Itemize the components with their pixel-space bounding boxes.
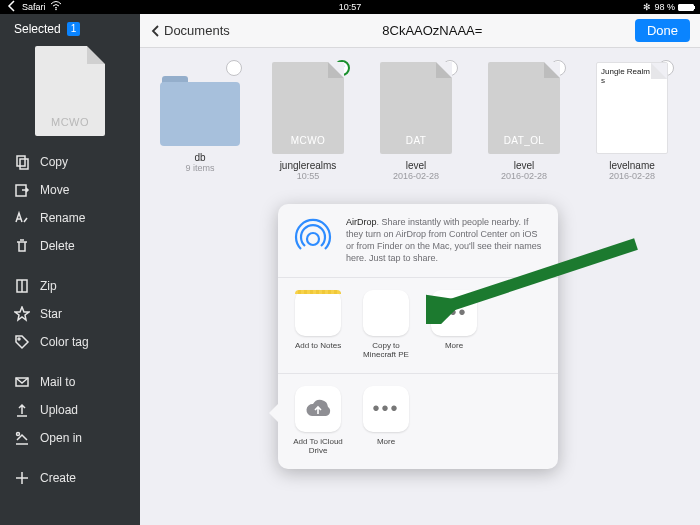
folder-icon	[160, 76, 240, 146]
share-app-notes[interactable]: Add to Notes	[290, 290, 346, 359]
copy-icon	[14, 154, 30, 170]
upload-icon	[14, 402, 30, 418]
menu-create-label: Create	[40, 471, 76, 485]
menu-rename[interactable]: Rename	[0, 204, 140, 232]
svg-rect-1	[17, 156, 25, 166]
menu-mailto[interactable]: Mail to	[0, 368, 140, 396]
file-grid: db 9 items MCWO junglerealms 10:55 DAT l…	[140, 48, 700, 195]
file-ext: MCWO	[291, 135, 325, 146]
file-item[interactable]: MCWO junglerealms 10:55	[264, 62, 352, 181]
file-name: junglerealms	[264, 160, 352, 171]
airdrop-text: AirDrop. Share instantly with people nea…	[346, 216, 546, 265]
text-preview: Jungle Realms	[601, 67, 653, 85]
share-action-row: Add To iCloud Drive ••• More	[278, 374, 558, 469]
trash-icon	[14, 238, 30, 254]
icloud-icon	[295, 386, 341, 432]
svg-point-9	[307, 233, 319, 245]
file-item[interactable]: DAT_OL level 2016-02-28	[480, 62, 568, 181]
menu-delete[interactable]: Delete	[0, 232, 140, 260]
menu-copy[interactable]: Copy	[0, 148, 140, 176]
menu-copy-label: Copy	[40, 155, 68, 169]
svg-rect-2	[20, 159, 28, 169]
menu-upload[interactable]: Upload	[0, 396, 140, 424]
status-bar: Safari 10:57 ✻ 98 %	[0, 0, 700, 14]
svg-point-0	[55, 9, 57, 11]
notes-icon	[295, 290, 341, 336]
menu-separator	[0, 356, 140, 368]
back-button[interactable]: Documents	[150, 23, 230, 38]
file-sub: 2016-02-28	[393, 171, 439, 181]
airdrop-section[interactable]: AirDrop. Share instantly with people nea…	[278, 204, 558, 278]
file-ext: DAT	[406, 135, 426, 146]
battery-icon	[678, 4, 694, 11]
menu-move[interactable]: Move	[0, 176, 140, 204]
tag-icon	[14, 334, 30, 350]
done-button[interactable]: Done	[635, 19, 690, 42]
menu-separator	[0, 452, 140, 464]
app-label: Copy to Minecraft PE	[358, 341, 414, 359]
share-sheet: AirDrop. Share instantly with people nea…	[278, 204, 558, 469]
share-action-icloud[interactable]: Add To iCloud Drive	[290, 386, 346, 455]
statusbar-app: Safari	[22, 2, 46, 12]
menu-zip-label: Zip	[40, 279, 57, 293]
more-icon: •••	[363, 386, 409, 432]
share-app-minecraft[interactable]: Copy to Minecraft PE	[358, 290, 414, 359]
menu-move-label: Move	[40, 183, 69, 197]
selected-file-thumbnail: MCWO	[35, 46, 105, 136]
file-name: level	[372, 160, 460, 171]
menu-colortag[interactable]: Color tag	[0, 328, 140, 356]
airdrop-title: AirDrop	[346, 217, 377, 227]
text-file-icon: Jungle Realms	[596, 62, 668, 154]
selected-label: Selected	[14, 22, 61, 36]
selection-circle[interactable]	[226, 60, 242, 76]
file-icon: MCWO	[272, 62, 344, 154]
chevron-left-icon	[150, 25, 162, 37]
star-icon	[14, 306, 30, 322]
share-app-more[interactable]: ••• More	[426, 290, 482, 359]
battery-percent: 98 %	[654, 2, 675, 12]
file-name: levelname	[588, 160, 676, 171]
openin-icon	[14, 430, 30, 446]
svg-point-6	[18, 338, 20, 340]
folder-title: 8CkAAOzNAAA=	[230, 23, 635, 38]
menu-upload-label: Upload	[40, 403, 78, 417]
share-app-row: Add to Notes Copy to Minecraft PE ••• Mo…	[278, 278, 558, 374]
minecraft-icon	[363, 290, 409, 336]
file-sub: 10:55	[297, 171, 320, 181]
file-item[interactable]: Jungle Realms levelname 2016-02-28	[588, 62, 676, 181]
thumbnail-ext: MCWO	[51, 116, 89, 128]
menu-separator	[0, 260, 140, 272]
svg-point-8	[17, 433, 20, 436]
file-item[interactable]: DAT level 2016-02-28	[372, 62, 460, 181]
file-item-folder[interactable]: db 9 items	[156, 62, 244, 181]
plus-icon	[14, 470, 30, 486]
menu-star[interactable]: Star	[0, 300, 140, 328]
selection-header: Selected 1	[0, 14, 140, 40]
main-panel: Documents 8CkAAOzNAAA= Done db 9 items M…	[140, 0, 700, 525]
file-icon: DAT	[380, 62, 452, 154]
menu-create[interactable]: Create	[0, 464, 140, 492]
action-menu: Copy Move Rename Delete Zip Star	[0, 144, 140, 496]
menu-delete-label: Delete	[40, 239, 75, 253]
file-sub: 2016-02-28	[609, 171, 655, 181]
share-action-more[interactable]: ••• More	[358, 386, 414, 455]
menu-colortag-label: Color tag	[40, 335, 89, 349]
move-icon	[14, 182, 30, 198]
menu-mailto-label: Mail to	[40, 375, 75, 389]
file-name: db	[156, 152, 244, 163]
more-icon: •••	[431, 290, 477, 336]
file-ext: DAT_OL	[504, 135, 545, 146]
app-label: More	[445, 341, 463, 350]
file-name: level	[480, 160, 568, 171]
file-sub: 9 items	[185, 163, 214, 173]
app-label: More	[377, 437, 395, 446]
toolbar: Documents 8CkAAOzNAAA= Done	[140, 14, 700, 48]
menu-zip[interactable]: Zip	[0, 272, 140, 300]
file-icon: DAT_OL	[488, 62, 560, 154]
zip-icon	[14, 278, 30, 294]
wifi-icon	[50, 1, 62, 13]
bluetooth-icon: ✻	[643, 2, 651, 12]
menu-rename-label: Rename	[40, 211, 85, 225]
menu-openin[interactable]: Open in	[0, 424, 140, 452]
back-chevron-icon	[6, 0, 18, 14]
